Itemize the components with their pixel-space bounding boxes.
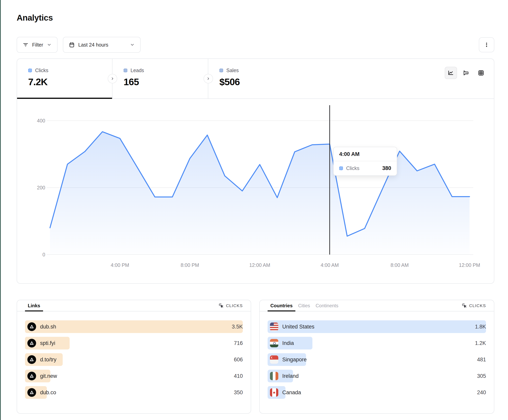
kebab-icon [484,42,490,48]
clicks-value: 7.2K [28,76,112,87]
toolbar: Filter Last 24 hours [17,37,494,53]
link-label: dub.co [40,390,56,396]
chevron-down-icon [47,42,52,47]
link-clicks-value: 350 [234,390,243,396]
svg-text:8:00 AM: 8:00 AM [391,262,409,268]
country-flag-icon [270,388,278,397]
dub-logo-icon [27,322,36,331]
country-row[interactable]: United States 1.8K [268,320,486,333]
country-row[interactable]: Singapore 481 [268,353,486,366]
line-chart-icon [448,70,454,76]
analytics-page: Analytics Filter Last 24 hours [0,0,508,420]
filter-button-label: Filter [32,42,43,48]
analytics-chart-card: Clicks 7.2K Leads 165 Sales $506 [17,58,494,284]
more-options-button[interactable] [479,37,494,52]
funnel-view-button[interactable] [460,67,472,79]
link-label: d.to/try [40,357,57,363]
svg-text:12:00 AM: 12:00 AM [249,262,270,268]
dub-logo-icon [27,372,36,380]
country-label: Canada [282,390,301,396]
filter-icon [22,42,29,48]
country-flag-icon [270,323,278,331]
country-label: India [282,340,294,346]
clicks-tab-label: Clicks [35,68,48,73]
tab-continents[interactable]: Continents [313,300,341,311]
tab-leads[interactable]: Leads 165 [112,59,208,98]
grid-icon [478,70,484,76]
leads-tab-label: Leads [131,68,144,73]
tab-countries[interactable]: Countries [268,300,295,311]
links-card: Links CLICKS [17,300,251,414]
svg-text:12:00 PM: 12:00 PM [459,262,480,268]
chart-view-switcher [445,67,487,79]
countries-metric-header[interactable]: CLICKS [462,300,486,311]
page-title: Analytics [17,13,494,22]
country-row[interactable]: Ireland 305 [268,370,486,382]
y-axis-labels: 0200400 [37,118,45,257]
date-range-button[interactable]: Last 24 hours [63,37,141,53]
dub-logo-icon [27,355,36,364]
link-clicks-value: 3.5K [232,324,243,330]
funnel-icon [463,70,469,76]
country-clicks-value: 481 [477,357,486,363]
link-clicks-value: 716 [234,340,243,346]
cursor-click-icon [218,303,224,308]
metric-tabs: Clicks 7.2K Leads 165 Sales $506 [17,59,494,99]
country-row[interactable]: India 1.2K [268,337,486,349]
filter-button[interactable]: Filter [17,37,58,53]
tooltip-legend-square [339,167,343,170]
dub-logo-icon [27,388,36,397]
cursor-click-icon [462,303,467,308]
line-chart-view-button[interactable] [445,67,457,79]
countries-card: Countries Cities Continents CLICKS [259,300,494,414]
window-edge-accent [0,0,1,420]
country-row[interactable]: Canada 240 [268,386,486,399]
svg-text:4:00 AM: 4:00 AM [321,262,339,268]
tab-cities[interactable]: Cities [295,300,313,311]
tooltip-time: 4:00 AM [334,147,397,161]
expand-clicks-button[interactable] [108,74,117,83]
link-row[interactable]: dub.sh 3.5K [25,320,243,333]
leads-value: 165 [124,76,208,87]
link-label: spti.fyi [40,340,55,346]
svg-text:400: 400 [37,118,45,123]
country-label: Singapore [282,357,307,363]
svg-text:200: 200 [37,185,45,190]
x-axis-labels: 4:00 PM8:00 PM12:00 AM4:00 AM8:00 AM12:0… [111,262,480,268]
links-tab-label: Links [28,303,40,308]
clicks-time-series-chart[interactable]: 0200400 4:00 PM8:00 PM12:00 AM4:00 AM8:0… [17,99,494,283]
clicks-legend-square [28,69,32,72]
country-flag-icon [270,355,278,364]
countries-metric-header-label: CLICKS [469,303,486,308]
area-fill [50,132,470,254]
sales-legend-square [219,69,223,72]
link-label: git.new [40,373,57,379]
country-clicks-value: 240 [477,390,486,396]
country-label: Ireland [282,373,299,379]
expand-leads-button[interactable] [203,74,213,83]
calendar-icon [69,42,75,48]
tab-clicks[interactable]: Clicks 7.2K [17,59,112,98]
table-view-button[interactable] [475,67,487,79]
link-row[interactable]: git.new 410 [25,370,243,382]
country-clicks-value: 305 [477,373,486,379]
country-flag-icon [270,339,278,347]
links-metric-header-label: CLICKS [226,303,243,308]
cities-tab-label: Cities [298,303,310,308]
link-row[interactable]: spti.fyi 716 [25,337,243,349]
leads-legend-square [124,69,127,72]
links-metric-header[interactable]: CLICKS [218,300,243,311]
country-clicks-value: 1.8K [475,324,486,330]
countries-list: United States 1.8K India 1.2K Singapore … [260,311,494,399]
tab-links[interactable]: Links [25,300,43,311]
link-row[interactable]: dub.co 350 [25,386,243,399]
area-chart[interactable]: 0200400 4:00 PM8:00 PM12:00 AM4:00 AM8:0… [17,99,494,283]
country-clicks-value: 1.2K [475,340,486,346]
sales-tab-label: Sales [226,68,239,73]
link-row[interactable]: d.to/try 606 [25,353,243,366]
links-list: dub.sh 3.5K spti.fyi 716 d.to/try 606 [17,311,251,399]
chevron-down-icon [130,42,135,47]
link-label: dub.sh [40,324,56,330]
link-clicks-value: 410 [234,373,243,379]
country-flag-icon [270,372,278,380]
